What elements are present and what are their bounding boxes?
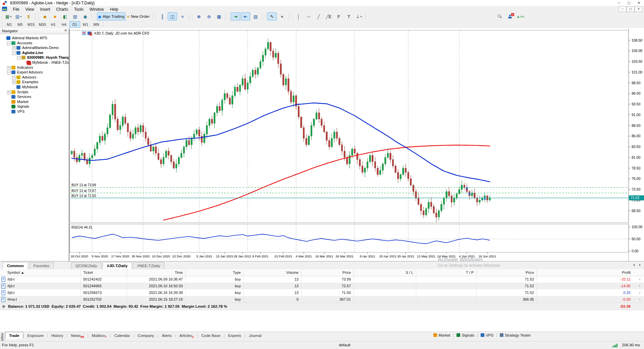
- fibonacci-button[interactable]: F: [334, 12, 343, 20]
- crosshair-button[interactable]: +: [277, 12, 287, 20]
- vertical-line-button[interactable]: │: [294, 12, 303, 20]
- tab-company[interactable]: Company: [134, 332, 157, 339]
- chart-shift-button[interactable]: ⇤: [241, 12, 250, 20]
- tab-experts[interactable]: Experts: [225, 332, 245, 339]
- nav-item-myfxbook-nee-t-daily[interactable]: Myfxbook - #NEE-T,Daily: [0, 60, 69, 65]
- timeframe-m30[interactable]: M30: [37, 21, 48, 28]
- table-row[interactable]: #ma-t5012527022021.06.15 18:27:19buy5367…: [0, 296, 644, 303]
- nav-item-services[interactable]: Services: [0, 95, 69, 100]
- signals-button[interactable]: Signals: [454, 332, 477, 339]
- tab-scroll-arrows[interactable]: ◄ ►: [633, 263, 643, 266]
- strategy-tester-button[interactable]: Strategy Tester: [497, 332, 533, 339]
- nav-item-scripts[interactable]: +Scripts: [0, 90, 69, 95]
- tab-mailbox[interactable]: Mailbox7: [88, 332, 110, 340]
- signals-icon-button[interactable]: ◧: [60, 12, 70, 20]
- chart-tab--jd-t-daily[interactable]: #JD-T,Daily: [103, 262, 132, 270]
- nav-item-myfxbook[interactable]: Myfxbook: [0, 85, 69, 90]
- navigator-close-icon[interactable]: ✕: [64, 29, 67, 32]
- search-button[interactable]: [495, 12, 504, 20]
- nav-item-examples[interactable]: +Examples: [0, 80, 69, 85]
- chart-tab--nee-t-daily[interactable]: #NEE-T,Daily: [133, 262, 164, 269]
- close-position-icon[interactable]: x: [639, 283, 641, 289]
- new-chart-button-dropdown-icon[interactable]: ▾: [10, 15, 11, 18]
- text-button[interactable]: T: [344, 12, 354, 20]
- timeframe-mn[interactable]: MN: [91, 21, 102, 28]
- expand-icon[interactable]: +: [12, 46, 16, 50]
- chart-window[interactable]: BUY 13 at 73.99BUY 13 at 72.67BUY 13 at …: [69, 28, 644, 261]
- tab-trade[interactable]: Trade: [5, 332, 23, 339]
- table-row[interactable]: #jd-t5012449652021.06.10 16:50:33buy1372…: [0, 283, 644, 289]
- profiles-button-dropdown-icon[interactable]: ▾: [20, 15, 21, 18]
- nav-item-market[interactable]: Market: [0, 100, 69, 105]
- child-close-button[interactable]: ✕: [635, 6, 643, 12]
- status-profile[interactable]: default: [339, 343, 351, 347]
- timeframe-h1[interactable]: H1: [48, 21, 59, 28]
- balance-expand-icon[interactable]: ⊕: [2, 303, 5, 310]
- nav-item-vps[interactable]: VPS: [0, 109, 69, 114]
- tab-code-base[interactable]: Code Base: [198, 332, 224, 339]
- arrows-button-dropdown-icon[interactable]: ▾: [360, 15, 362, 18]
- menu-help[interactable]: Help: [107, 6, 121, 12]
- new-order-button[interactable]: ≡New Order: [126, 12, 151, 20]
- vps-button[interactable]: VPS: [478, 332, 496, 339]
- account-button[interactable]: 1: [505, 12, 515, 20]
- collapse-icon[interactable]: −: [12, 51, 16, 55]
- column-header-profit[interactable]: Profit: [577, 269, 631, 276]
- tab-journal[interactable]: Journal: [246, 332, 265, 339]
- expand-icon[interactable]: +: [12, 76, 16, 80]
- timeframe-d1[interactable]: D1: [69, 21, 80, 28]
- new-chart-button[interactable]: ▦▾: [4, 12, 13, 20]
- arrows-button[interactable]: ⇣▾: [354, 12, 364, 20]
- vps-icon-button[interactable]: ▤: [70, 12, 80, 20]
- collapse-icon[interactable]: −: [17, 56, 21, 60]
- zoom-in-button[interactable]: ⊕: [194, 12, 204, 20]
- expand-icon[interactable]: +: [7, 66, 11, 70]
- column-header-symbol[interactable]: Symbol ▲: [7, 269, 24, 276]
- expand-icon[interactable]: +: [7, 91, 11, 94]
- menu-window[interactable]: Window: [87, 6, 107, 12]
- community-button[interactable]: ◉: [80, 12, 90, 20]
- templates-button[interactable]: ▨: [251, 12, 260, 20]
- market-icon-button[interactable]: ■: [50, 12, 60, 20]
- deposit-button[interactable]: ◆: [40, 12, 50, 20]
- nav-item-signals[interactable]: Signals: [0, 104, 69, 109]
- column-header-ticket[interactable]: Ticket: [83, 269, 93, 276]
- column-header-price[interactable]: Price: [297, 269, 351, 276]
- navigator-tab-common[interactable]: Common: [3, 262, 28, 270]
- auto-scroll-button[interactable]: ⇥: [231, 12, 240, 20]
- column-header-type[interactable]: Type: [187, 269, 241, 276]
- nav-item-aglobe-live[interactable]: −Aglobe-Live: [0, 51, 69, 56]
- timeframe-h4[interactable]: H4: [59, 21, 69, 28]
- navigator-tab-favorites[interactable]: Favorites: [29, 262, 54, 269]
- tab-history[interactable]: History: [48, 332, 67, 339]
- tab-news[interactable]: News99: [68, 332, 88, 340]
- market-button[interactable]: Market: [431, 332, 453, 339]
- column-header-price[interactable]: Price: [480, 269, 534, 276]
- horizontal-line-button[interactable]: ─: [304, 12, 313, 20]
- algo-trading-button[interactable]: ◆Algo Trading: [97, 12, 125, 20]
- close-button[interactable]: ✕: [634, 0, 644, 6]
- channel-button[interactable]: ╱E: [324, 12, 333, 20]
- nav-item-indicators[interactable]: +Indicators: [0, 65, 69, 70]
- trendline-button[interactable]: ╱: [314, 12, 323, 20]
- column-header-tp[interactable]: T / P: [420, 269, 474, 276]
- price-chart[interactable]: BUY 13 at 73.99BUY 13 at 72.67BUY 13 at …: [69, 28, 644, 261]
- column-header-sl[interactable]: S / L: [360, 269, 413, 276]
- nav-item-83000989-huynh-thang-tu[interactable]: −83000989: Huynh Thang Tu: [0, 55, 69, 60]
- timeframe-m1[interactable]: M1: [4, 21, 15, 28]
- nav-item-accounts[interactable]: −Accounts: [0, 41, 69, 46]
- candlestick-chart-button[interactable]: ◫: [168, 12, 177, 20]
- table-row[interactable]: #jd-t5012424322021.06.09 16:36:47buy1373…: [0, 276, 644, 283]
- profiles-button[interactable]: ▥▾: [14, 12, 23, 20]
- timeframe-m15[interactable]: M15: [25, 21, 37, 28]
- child-minimize-button[interactable]: ─: [619, 6, 627, 12]
- tab-alerts[interactable]: Alerts: [158, 332, 175, 339]
- timeframe-m5[interactable]: M5: [15, 21, 25, 28]
- column-header-time[interactable]: Time: [129, 269, 183, 276]
- child-restore-button[interactable]: ▢: [627, 6, 635, 12]
- minimize-button[interactable]: ─: [614, 0, 624, 6]
- menu-insert[interactable]: Insert: [37, 6, 53, 12]
- line-chart-button[interactable]: ≈: [178, 12, 187, 20]
- column-header-volume[interactable]: Volume: [245, 269, 299, 276]
- tab-calendar[interactable]: Calendar: [111, 332, 133, 339]
